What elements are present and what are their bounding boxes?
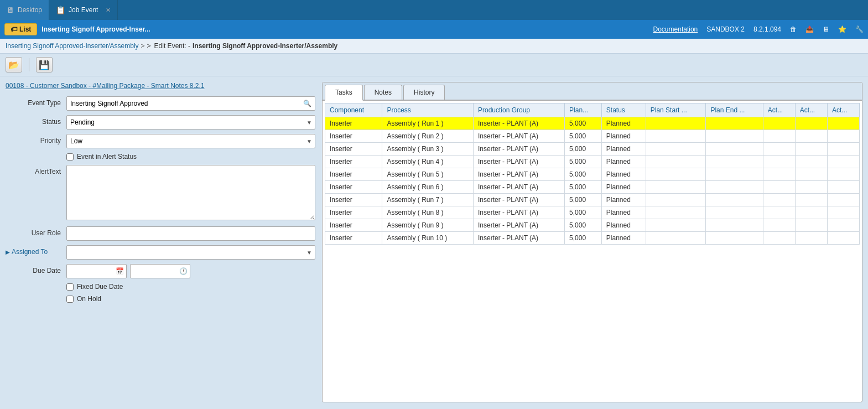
assigned-to-expand[interactable]: ▶ Assigned To bbox=[6, 248, 61, 256]
table-row[interactable]: InserterAssembly ( Run 5 )Inserter - PLA… bbox=[325, 168, 860, 181]
job-link[interactable]: 00108 - Customer Sandbox - #Mailing Pack… bbox=[6, 82, 315, 90]
table-cell: Inserter bbox=[325, 168, 382, 181]
col-status: Status bbox=[601, 103, 646, 117]
list-button-label: List bbox=[19, 25, 31, 33]
table-row[interactable]: InserterAssembly ( Run 1 )Inserter - PLA… bbox=[325, 117, 860, 130]
table-cell: Inserter bbox=[325, 143, 382, 156]
user-role-input[interactable] bbox=[66, 226, 315, 241]
table-cell bbox=[795, 219, 827, 232]
desktop-tab[interactable]: 🖥 Desktop bbox=[0, 0, 49, 20]
documentation-link[interactable]: Documentation bbox=[653, 25, 698, 33]
table-row[interactable]: InserterAssembly ( Run 3 )Inserter - PLA… bbox=[325, 143, 860, 156]
monitor-icon[interactable]: 🖥 bbox=[823, 25, 829, 33]
fixed-due-date-checkbox[interactable] bbox=[66, 283, 74, 291]
breadcrumb: Inserting Signoff Approved-Inserter/Asse… bbox=[0, 39, 868, 54]
table-cell bbox=[763, 194, 795, 206]
clock-icon[interactable]: 🕐 bbox=[179, 267, 188, 275]
save-button[interactable]: 💾 bbox=[36, 57, 53, 73]
table-cell: Inserter bbox=[325, 156, 382, 168]
breadcrumb-dash: Edit Event: - bbox=[154, 42, 190, 50]
table-cell: Inserter bbox=[325, 194, 382, 206]
table-row[interactable]: InserterAssembly ( Run 8 )Inserter - PLA… bbox=[325, 206, 860, 219]
calendar-icon[interactable]: 📅 bbox=[116, 267, 124, 275]
tasks-tbody: InserterAssembly ( Run 1 )Inserter - PLA… bbox=[325, 117, 860, 245]
table-cell: Inserter - PLANT (A) bbox=[473, 168, 564, 181]
table-cell bbox=[763, 206, 795, 219]
event-type-search-icon[interactable]: 🔍 bbox=[300, 100, 315, 107]
table-cell: Assembly ( Run 3 ) bbox=[382, 143, 474, 156]
star-icon[interactable]: ⭐ bbox=[838, 25, 846, 33]
table-header: Component Process Production Group Plan.… bbox=[325, 103, 860, 117]
assigned-to-select[interactable] bbox=[66, 245, 315, 260]
table-row[interactable]: InserterAssembly ( Run 6 )Inserter - PLA… bbox=[325, 181, 860, 194]
table-row[interactable]: InserterAssembly ( Run 9 )Inserter - PLA… bbox=[325, 219, 860, 232]
priority-select[interactable]: Low Medium High bbox=[66, 134, 315, 148]
table-cell bbox=[827, 168, 859, 181]
table-cell bbox=[763, 156, 795, 168]
table-cell bbox=[706, 168, 763, 181]
col-act3: Act... bbox=[827, 103, 859, 117]
table-cell: Inserter bbox=[325, 117, 382, 130]
tab-notes[interactable]: Notes bbox=[364, 85, 402, 100]
table-cell bbox=[795, 181, 827, 194]
table-cell: Planned bbox=[601, 143, 646, 156]
app-page-title: Inserting Signoff Approved-Inser... bbox=[41, 25, 648, 33]
table-cell bbox=[795, 194, 827, 206]
table-row[interactable]: InserterAssembly ( Run 4 )Inserter - PLA… bbox=[325, 156, 860, 168]
table-cell: 5,000 bbox=[565, 194, 602, 206]
table-cell: Assembly ( Run 8 ) bbox=[382, 206, 474, 219]
table-cell bbox=[795, 168, 827, 181]
table-cell bbox=[795, 232, 827, 245]
table-cell: 5,000 bbox=[565, 117, 602, 130]
alert-status-checkbox[interactable] bbox=[66, 153, 74, 161]
breadcrumb-sep1: > bbox=[141, 42, 145, 50]
table-cell bbox=[763, 117, 795, 130]
left-panel: 00108 - Customer Sandbox - #Mailing Pack… bbox=[6, 82, 315, 402]
table-cell: Planned bbox=[601, 194, 646, 206]
table-row[interactable]: InserterAssembly ( Run 7 )Inserter - PLA… bbox=[325, 194, 860, 206]
list-button[interactable]: 🏷 List bbox=[4, 23, 37, 35]
event-type-input[interactable] bbox=[67, 99, 300, 108]
priority-label: Priority bbox=[6, 134, 66, 144]
table-cell bbox=[795, 156, 827, 168]
table-cell bbox=[646, 143, 706, 156]
alert-text-control bbox=[66, 165, 315, 222]
tools-icon[interactable]: 🔧 bbox=[855, 25, 864, 33]
table-cell: Inserter - PLANT (A) bbox=[473, 156, 564, 168]
due-time-input[interactable] bbox=[133, 267, 177, 275]
tab-tasks[interactable]: Tasks bbox=[325, 85, 363, 101]
right-panel: Tasks Notes History Component Process Pr… bbox=[322, 82, 862, 402]
table-cell bbox=[827, 156, 859, 168]
status-select[interactable]: Pending Complete Cancelled bbox=[66, 115, 315, 130]
priority-row: Priority Low Medium High ▼ bbox=[6, 134, 315, 148]
table-row[interactable]: InserterAssembly ( Run 10 )Inserter - PL… bbox=[325, 232, 860, 245]
tasks-table: Component Process Production Group Plan.… bbox=[325, 103, 860, 245]
table-cell: Inserter bbox=[325, 130, 382, 143]
alert-text-input[interactable] bbox=[66, 165, 315, 220]
breadcrumb-link[interactable]: Inserting Signoff Approved-Inserter/Asse… bbox=[6, 42, 139, 50]
table-cell: 5,000 bbox=[565, 130, 602, 143]
close-tab-button[interactable]: ✕ bbox=[106, 7, 111, 14]
table-row[interactable]: InserterAssembly ( Run 2 )Inserter - PLA… bbox=[325, 130, 860, 143]
col-act1: Act... bbox=[763, 103, 795, 117]
open-button[interactable]: 📂 bbox=[6, 57, 22, 73]
trash-icon[interactable]: 🗑 bbox=[790, 25, 797, 33]
due-date-input[interactable] bbox=[69, 267, 113, 275]
due-date-row: Due Date 📅 🕐 bbox=[6, 264, 315, 278]
priority-select-wrap: Low Medium High ▼ bbox=[66, 134, 315, 148]
fixed-due-date-label: Fixed Due Date bbox=[77, 283, 123, 291]
tab-history[interactable]: History bbox=[403, 85, 445, 100]
sandbox-label: SANDBOX 2 bbox=[706, 25, 745, 33]
col-plan: Plan... bbox=[565, 103, 602, 117]
assigned-to-row: ▶ Assigned To ▼ bbox=[6, 245, 315, 260]
upload-icon[interactable]: 📤 bbox=[805, 25, 814, 33]
table-cell: 5,000 bbox=[565, 168, 602, 181]
table-cell: Planned bbox=[601, 168, 646, 181]
assigned-to-text: Assigned To bbox=[12, 248, 48, 256]
table-cell bbox=[706, 194, 763, 206]
table-cell: 5,000 bbox=[565, 156, 602, 168]
toolbar-separator bbox=[29, 58, 29, 71]
on-hold-checkbox[interactable] bbox=[66, 296, 74, 303]
job-event-tab[interactable]: 📋 Job Event ✕ bbox=[49, 0, 118, 20]
assigned-to-select-wrap: ▼ bbox=[66, 245, 315, 260]
